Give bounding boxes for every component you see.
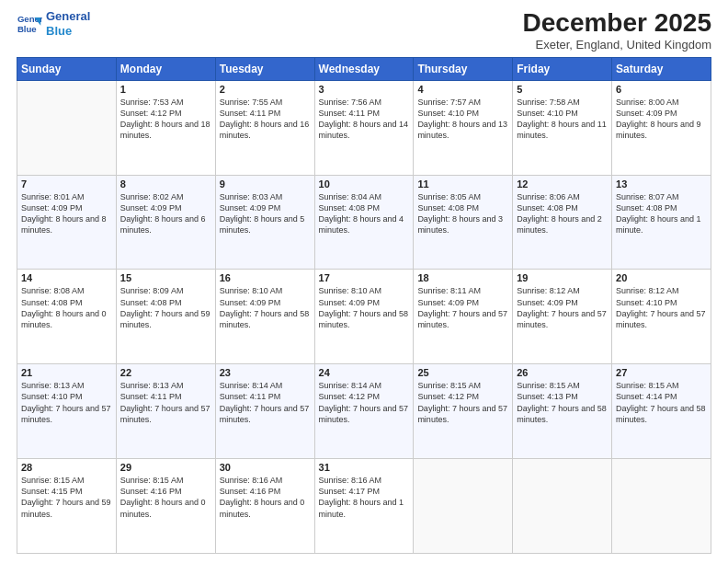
table-row: 18 Sunrise: 8:11 AMSunset: 4:09 PMDaylig…: [414, 270, 513, 364]
day-number: 5: [517, 84, 608, 95]
table-row: 28 Sunrise: 8:15 AMSunset: 4:15 PMDaylig…: [17, 459, 117, 554]
table-row: 10 Sunrise: 8:04 AMSunset: 4:08 PMDaylig…: [314, 175, 414, 270]
table-row: 2 Sunrise: 7:55 AMSunset: 4:11 PMDayligh…: [215, 80, 314, 175]
svg-text:Blue: Blue: [17, 23, 37, 33]
table-row: 23 Sunrise: 8:14 AMSunset: 4:11 PMDaylig…: [215, 364, 314, 459]
day-number: 28: [21, 462, 112, 473]
table-row: 5 Sunrise: 7:58 AMSunset: 4:10 PMDayligh…: [513, 80, 612, 175]
day-info: Sunrise: 8:03 AMSunset: 4:09 PMDaylight:…: [220, 192, 305, 235]
day-info: Sunrise: 8:14 AMSunset: 4:12 PMDaylight:…: [319, 381, 409, 423]
day-info: Sunrise: 8:08 AMSunset: 4:08 PMDaylight:…: [21, 286, 107, 328]
day-number: 26: [517, 367, 608, 378]
table-row: 8 Sunrise: 8:02 AMSunset: 4:09 PMDayligh…: [116, 175, 215, 270]
day-number: 3: [319, 84, 410, 95]
day-info: Sunrise: 8:13 AMSunset: 4:10 PMDaylight:…: [21, 381, 111, 423]
day-number: 12: [517, 178, 608, 190]
table-row: 19 Sunrise: 8:12 AMSunset: 4:09 PMDaylig…: [513, 270, 612, 364]
day-info: Sunrise: 8:15 AMSunset: 4:12 PMDaylight:…: [417, 381, 507, 423]
day-info: Sunrise: 8:12 AMSunset: 4:09 PMDaylight:…: [517, 286, 607, 328]
day-number: 17: [319, 272, 410, 283]
day-number: 30: [220, 462, 311, 473]
day-info: Sunrise: 8:15 AMSunset: 4:15 PMDaylight:…: [21, 476, 111, 518]
header: General Blue General Blue December 2025 …: [17, 9, 711, 52]
day-number: 20: [616, 272, 707, 283]
day-info: Sunrise: 7:56 AMSunset: 4:11 PMDaylight:…: [319, 98, 409, 140]
day-number: 1: [120, 84, 211, 95]
col-wednesday: Wednesday: [314, 57, 414, 80]
day-number: 19: [517, 272, 608, 283]
day-number: 15: [120, 272, 211, 283]
day-info: Sunrise: 7:55 AMSunset: 4:11 PMDaylight:…: [220, 98, 310, 140]
table-row: 7 Sunrise: 8:01 AMSunset: 4:09 PMDayligh…: [17, 175, 117, 270]
table-row: 3 Sunrise: 7:56 AMSunset: 4:11 PMDayligh…: [314, 80, 414, 175]
day-number: 29: [120, 462, 211, 473]
col-monday: Monday: [116, 57, 215, 80]
location: Exeter, England, United Kingdom: [523, 38, 711, 52]
table-row: 25 Sunrise: 8:15 AMSunset: 4:12 PMDaylig…: [414, 364, 513, 459]
table-row: [17, 80, 117, 175]
table-row: 16 Sunrise: 8:10 AMSunset: 4:09 PMDaylig…: [215, 270, 314, 364]
day-info: Sunrise: 7:57 AMSunset: 4:10 PMDaylight:…: [417, 98, 507, 140]
table-row: 17 Sunrise: 8:10 AMSunset: 4:09 PMDaylig…: [314, 270, 414, 364]
day-number: 10: [319, 178, 410, 190]
day-number: 2: [220, 84, 311, 95]
day-number: 21: [21, 367, 112, 378]
table-row: 11 Sunrise: 8:05 AMSunset: 4:08 PMDaylig…: [414, 175, 513, 270]
day-info: Sunrise: 8:07 AMSunset: 4:08 PMDaylight:…: [616, 192, 701, 235]
day-info: Sunrise: 8:00 AMSunset: 4:09 PMDaylight:…: [616, 98, 701, 140]
day-info: Sunrise: 8:10 AMSunset: 4:09 PMDaylight:…: [319, 286, 409, 328]
day-number: 27: [616, 367, 707, 378]
day-number: 31: [319, 462, 410, 473]
day-info: Sunrise: 8:09 AMSunset: 4:08 PMDaylight:…: [120, 286, 210, 328]
day-info: Sunrise: 8:11 AMSunset: 4:09 PMDaylight:…: [417, 286, 507, 328]
day-info: Sunrise: 7:53 AMSunset: 4:12 PMDaylight:…: [120, 98, 210, 140]
page: General Blue General Blue December 2025 …: [0, 0, 728, 563]
day-number: 16: [220, 272, 311, 283]
table-row: 4 Sunrise: 7:57 AMSunset: 4:10 PMDayligh…: [414, 80, 513, 175]
day-number: 22: [120, 367, 211, 378]
table-row: 31 Sunrise: 8:16 AMSunset: 4:17 PMDaylig…: [314, 459, 414, 554]
day-number: 23: [220, 367, 311, 378]
day-number: 14: [21, 272, 112, 283]
day-number: 6: [616, 84, 707, 95]
day-info: Sunrise: 8:14 AMSunset: 4:11 PMDaylight:…: [220, 381, 310, 423]
table-row: 6 Sunrise: 8:00 AMSunset: 4:09 PMDayligh…: [612, 80, 711, 175]
day-info: Sunrise: 8:15 AMSunset: 4:13 PMDaylight:…: [517, 381, 607, 423]
table-row: 30 Sunrise: 8:16 AMSunset: 4:16 PMDaylig…: [215, 459, 314, 554]
logo-icon: General Blue: [17, 11, 42, 37]
table-row: 14 Sunrise: 8:08 AMSunset: 4:08 PMDaylig…: [17, 270, 117, 364]
day-info: Sunrise: 8:02 AMSunset: 4:09 PMDaylight:…: [120, 192, 206, 235]
day-number: 24: [319, 367, 410, 378]
day-info: Sunrise: 8:16 AMSunset: 4:17 PMDaylight:…: [319, 476, 404, 518]
col-saturday: Saturday: [612, 57, 711, 80]
logo-blue: Blue: [46, 24, 90, 39]
table-row: 20 Sunrise: 8:12 AMSunset: 4:10 PMDaylig…: [612, 270, 711, 364]
table-row: 24 Sunrise: 8:14 AMSunset: 4:12 PMDaylig…: [314, 364, 414, 459]
calendar-table: Sunday Monday Tuesday Wednesday Thursday…: [17, 57, 711, 554]
col-friday: Friday: [513, 57, 612, 80]
table-row: [513, 459, 612, 554]
day-number: 18: [417, 272, 508, 283]
col-sunday: Sunday: [17, 57, 117, 80]
day-number: 9: [220, 178, 311, 190]
day-info: Sunrise: 8:05 AMSunset: 4:08 PMDaylight:…: [417, 192, 503, 235]
table-row: 1 Sunrise: 7:53 AMSunset: 4:12 PMDayligh…: [116, 80, 215, 175]
day-number: 7: [21, 178, 112, 190]
day-info: Sunrise: 8:13 AMSunset: 4:11 PMDaylight:…: [120, 381, 210, 423]
day-info: Sunrise: 8:10 AMSunset: 4:09 PMDaylight:…: [220, 286, 310, 328]
logo: General Blue General Blue: [17, 9, 90, 38]
col-thursday: Thursday: [414, 57, 513, 80]
table-row: [414, 459, 513, 554]
calendar-header-row: Sunday Monday Tuesday Wednesday Thursday…: [17, 57, 711, 80]
day-info: Sunrise: 7:58 AMSunset: 4:10 PMDaylight:…: [517, 98, 607, 140]
day-info: Sunrise: 8:06 AMSunset: 4:08 PMDaylight:…: [517, 192, 602, 235]
table-row: 26 Sunrise: 8:15 AMSunset: 4:13 PMDaylig…: [513, 364, 612, 459]
table-row: 13 Sunrise: 8:07 AMSunset: 4:08 PMDaylig…: [612, 175, 711, 270]
table-row: 27 Sunrise: 8:15 AMSunset: 4:14 PMDaylig…: [612, 364, 711, 459]
table-row: 22 Sunrise: 8:13 AMSunset: 4:11 PMDaylig…: [116, 364, 215, 459]
table-row: 9 Sunrise: 8:03 AMSunset: 4:09 PMDayligh…: [215, 175, 314, 270]
day-number: 4: [417, 84, 508, 95]
day-info: Sunrise: 8:15 AMSunset: 4:14 PMDaylight:…: [616, 381, 706, 423]
day-info: Sunrise: 8:01 AMSunset: 4:09 PMDaylight:…: [21, 192, 107, 235]
day-info: Sunrise: 8:15 AMSunset: 4:16 PMDaylight:…: [120, 476, 206, 518]
